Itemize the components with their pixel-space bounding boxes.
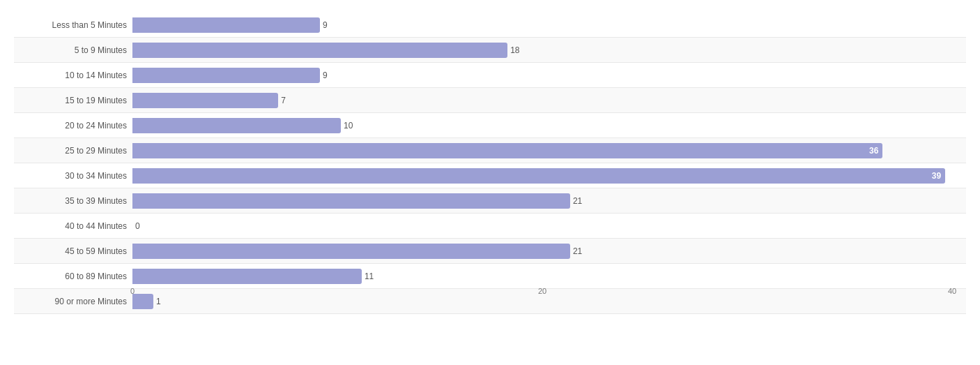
bar-value: 21 xyxy=(573,196,582,206)
bar-label: 90 or more Minutes xyxy=(14,297,132,306)
bar-value: 11 xyxy=(365,271,374,281)
bar-row: 60 to 89 Minutes11 xyxy=(14,264,966,289)
bar-value: 18 xyxy=(510,45,519,55)
bar-row: 10 to 14 Minutes9 xyxy=(14,63,966,88)
bar-track: 21 xyxy=(132,244,966,259)
bar-row: 20 to 24 Minutes10 xyxy=(14,113,966,138)
bar-value: 10 xyxy=(344,121,353,131)
bar-row: 40 to 44 Minutes0 xyxy=(14,214,966,239)
bar-fill xyxy=(132,93,278,108)
bar-value: 9 xyxy=(323,20,328,30)
bar-fill xyxy=(132,43,507,58)
bar-row: 35 to 39 Minutes21 xyxy=(14,188,966,214)
bar-label: 60 to 89 Minutes xyxy=(14,271,132,281)
x-tick: 0 xyxy=(130,287,135,295)
bar-fill: 39 xyxy=(132,168,945,184)
chart-container: Less than 5 Minutes95 to 9 Minutes1810 t… xyxy=(0,0,980,365)
bar-track: 21 xyxy=(132,193,966,209)
bar-fill xyxy=(132,68,320,83)
x-tick: 40 xyxy=(948,287,956,295)
bar-track: 9 xyxy=(132,17,966,33)
bar-value: 21 xyxy=(573,246,582,256)
bar-fill: 36 xyxy=(132,143,882,158)
bar-label: 40 to 44 Minutes xyxy=(14,221,132,231)
bar-row: 30 to 34 Minutes39 xyxy=(14,163,966,188)
x-tick: 20 xyxy=(538,287,546,295)
bar-track: 18 xyxy=(132,43,966,58)
bar-fill xyxy=(132,118,341,133)
bar-value: 39 xyxy=(932,171,941,181)
bar-row: 45 to 59 Minutes21 xyxy=(14,239,966,264)
bar-row: 5 to 9 Minutes18 xyxy=(14,38,966,63)
bar-label: 35 to 39 Minutes xyxy=(14,196,132,206)
bar-fill xyxy=(132,244,570,259)
bars-area: Less than 5 Minutes95 to 9 Minutes1810 t… xyxy=(14,13,966,287)
bar-label: 5 to 9 Minutes xyxy=(14,45,132,55)
bar-value: 36 xyxy=(869,146,878,156)
bar-fill xyxy=(132,17,320,33)
bar-label: 45 to 59 Minutes xyxy=(14,246,132,256)
bar-row: 15 to 19 Minutes7 xyxy=(14,88,966,113)
bar-track: 39 xyxy=(132,168,966,184)
bar-value: 7 xyxy=(281,96,286,105)
bar-value: 0 xyxy=(135,221,140,231)
bar-track: 7 xyxy=(132,93,966,108)
bar-label: 30 to 34 Minutes xyxy=(14,171,132,181)
bar-track: 0 xyxy=(132,218,966,234)
bar-value: 9 xyxy=(323,70,328,80)
bar-fill xyxy=(132,193,570,209)
bar-label: 20 to 24 Minutes xyxy=(14,121,132,131)
bar-label: 15 to 19 Minutes xyxy=(14,96,132,105)
bar-track: 10 xyxy=(132,118,966,133)
bar-track: 11 xyxy=(132,269,966,284)
bar-track: 36 xyxy=(132,143,966,158)
bar-label: Less than 5 Minutes xyxy=(14,20,132,30)
bar-row: Less than 5 Minutes9 xyxy=(14,13,966,38)
x-axis: 02040 xyxy=(132,287,952,301)
bar-label: 10 to 14 Minutes xyxy=(14,70,132,80)
bar-fill xyxy=(132,269,362,284)
bar-track: 9 xyxy=(132,68,966,83)
bar-row: 25 to 29 Minutes36 xyxy=(14,138,966,163)
bar-label: 25 to 29 Minutes xyxy=(14,146,132,156)
